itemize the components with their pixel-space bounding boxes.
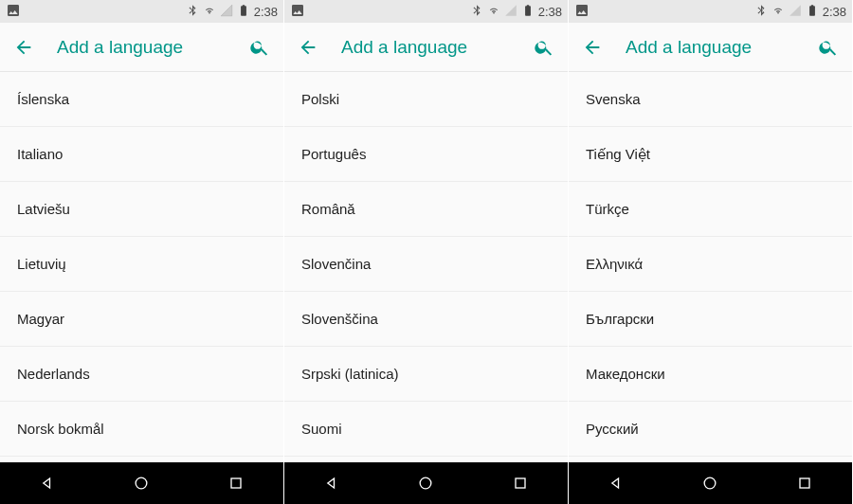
search-icon[interactable]: [534, 37, 554, 58]
language-label: Slovenščina: [301, 311, 378, 327]
svg-point-0: [136, 477, 148, 489]
language-label: Română: [301, 201, 355, 217]
list-item[interactable]: Norsk bokmål: [0, 402, 283, 457]
list-item[interactable]: Português: [284, 127, 568, 182]
page-title: Add a language: [341, 37, 511, 58]
picture-icon: [290, 3, 305, 21]
svg-point-2: [421, 477, 432, 489]
app-bar: Add a language: [569, 23, 852, 72]
battery-icon: [806, 4, 819, 20]
language-label: Íslenska: [17, 91, 69, 107]
nav-bar: [569, 462, 852, 504]
language-label: Български: [586, 311, 654, 327]
nav-home[interactable]: [113, 462, 170, 504]
list-item[interactable]: Latviešu: [0, 182, 283, 237]
language-label: Srpski (latinica): [301, 366, 399, 382]
svg-point-4: [705, 477, 717, 489]
nav-home[interactable]: [397, 462, 454, 504]
language-label: Português: [301, 146, 366, 162]
picture-icon: [574, 3, 590, 21]
list-item[interactable]: Slovenščina: [284, 292, 568, 347]
list-item[interactable]: Ελληνικά: [569, 237, 852, 292]
list-item[interactable]: Suomi: [284, 402, 568, 457]
list-item[interactable]: Íslenska: [0, 72, 283, 127]
screen-pane-1: 2:38 Add a language Íslenska Italiano La…: [0, 0, 284, 504]
status-bar: 2:38: [0, 0, 283, 23]
list-item[interactable]: Svenska: [569, 72, 852, 127]
svg-rect-3: [516, 478, 525, 488]
back-icon[interactable]: [582, 37, 603, 58]
svg-rect-1: [231, 478, 241, 488]
nav-recent[interactable]: [208, 462, 264, 504]
signal-icon: [504, 4, 517, 20]
wifi-icon: [487, 4, 500, 20]
list-item[interactable]: Română: [284, 182, 568, 237]
screen-pane-3: 2:38 Add a language Svenska Tiếng Việt T…: [569, 0, 853, 504]
language-label: Magyar: [17, 311, 64, 327]
language-label: Ελληνικά: [586, 256, 643, 272]
bluetooth-icon: [186, 4, 199, 20]
list-item[interactable]: Русский: [569, 402, 852, 457]
app-bar: Add a language: [0, 23, 283, 72]
list-item[interactable]: Lietuvių: [0, 237, 283, 292]
language-label: Italiano: [17, 146, 63, 162]
search-icon[interactable]: [249, 37, 270, 58]
nav-back[interactable]: [303, 462, 360, 504]
bluetooth-icon: [470, 4, 483, 20]
status-bar: 2:38: [569, 0, 852, 23]
nav-back[interactable]: [588, 462, 644, 504]
language-list: Polski Português Română Slovenčina Slove…: [284, 72, 568, 462]
app-bar: Add a language: [284, 23, 568, 72]
language-label: Latviešu: [17, 201, 70, 217]
page-title: Add a language: [626, 37, 795, 58]
list-item[interactable]: Македонски: [569, 347, 852, 402]
list-item[interactable]: Tiếng Việt: [569, 127, 852, 182]
back-icon[interactable]: [13, 37, 34, 58]
language-label: Tiếng Việt: [586, 146, 650, 163]
list-item[interactable]: Italiano: [0, 127, 283, 182]
language-label: Türkçe: [586, 201, 629, 217]
page-title: Add a language: [57, 37, 227, 58]
search-icon[interactable]: [818, 37, 839, 58]
language-label: Nederlands: [17, 366, 90, 382]
battery-icon: [521, 4, 535, 20]
list-item[interactable]: Nederlands: [0, 347, 283, 402]
back-icon[interactable]: [298, 37, 318, 58]
battery-icon: [237, 4, 250, 20]
screen-pane-2: 2:38 Add a language Polski Português Rom…: [284, 0, 569, 504]
status-time: 2:38: [823, 5, 846, 19]
wifi-icon: [771, 4, 785, 20]
signal-icon: [220, 4, 233, 20]
status-bar: 2:38: [284, 0, 568, 23]
list-item[interactable]: Български: [569, 292, 852, 347]
nav-home[interactable]: [681, 462, 738, 504]
list-item[interactable]: Slovenčina: [284, 237, 568, 292]
list-item[interactable]: Srpski (latinica): [284, 347, 568, 402]
language-label: Русский: [586, 421, 639, 437]
language-label: Македонски: [586, 366, 665, 382]
status-time: 2:38: [538, 5, 562, 19]
nav-back[interactable]: [19, 462, 76, 504]
nav-recent[interactable]: [492, 462, 549, 504]
language-label: Suomi: [301, 421, 342, 437]
language-label: Svenska: [586, 91, 641, 107]
language-label: Polski: [301, 91, 339, 107]
language-label: Lietuvių: [17, 256, 66, 272]
list-item[interactable]: Türkçe: [569, 182, 852, 237]
list-item[interactable]: Magyar: [0, 292, 283, 347]
nav-bar: [0, 462, 283, 504]
list-item[interactable]: Polski: [284, 72, 568, 127]
svg-rect-5: [800, 478, 809, 488]
language-list: Svenska Tiếng Việt Türkçe Ελληνικά Бълга…: [569, 72, 852, 462]
wifi-icon: [203, 4, 216, 20]
status-time: 2:38: [254, 5, 278, 19]
language-label: Norsk bokmål: [17, 421, 104, 437]
nav-bar: [284, 462, 568, 504]
picture-icon: [6, 3, 21, 21]
nav-recent[interactable]: [776, 462, 833, 504]
signal-icon: [789, 4, 802, 20]
language-label: Slovenčina: [301, 256, 371, 272]
bluetooth-icon: [754, 4, 768, 20]
language-list: Íslenska Italiano Latviešu Lietuvių Magy…: [0, 72, 283, 462]
